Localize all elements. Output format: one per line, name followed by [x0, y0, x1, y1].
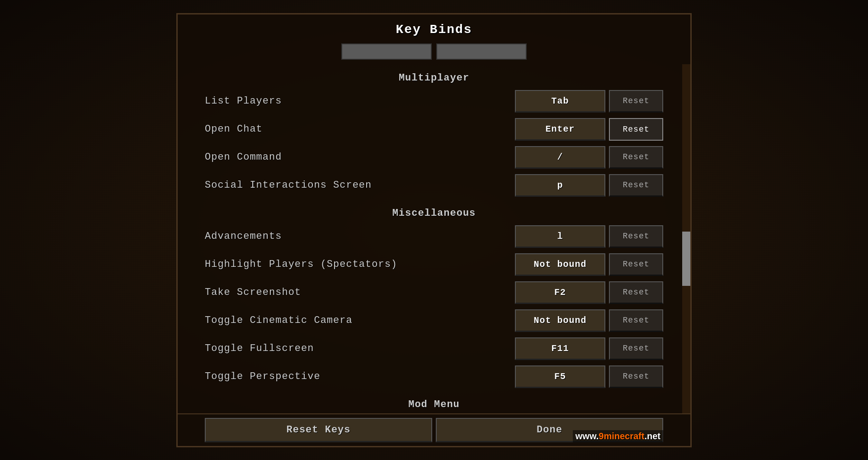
key-button-toggle-fullscreen[interactable]: F11 [515, 337, 605, 360]
keybind-buttons: F2 Reset [515, 281, 663, 304]
keybind-buttons: Enter Reset [515, 118, 663, 141]
keybind-label-take-screenshot: Take Screenshot [205, 287, 515, 298]
keybind-label-open-chat: Open Chat [205, 123, 515, 135]
key-button-list-players[interactable]: Tab [515, 90, 605, 113]
key-button-open-chat[interactable]: Enter [515, 118, 605, 141]
reset-button-toggle-perspective[interactable]: Reset [609, 365, 663, 388]
key-button-open-command[interactable]: / [515, 146, 605, 169]
keybind-buttons: Not bound Reset [515, 309, 663, 332]
key-button-highlight-players[interactable]: Not bound [515, 253, 605, 276]
scrollbar-thumb[interactable] [682, 232, 690, 286]
table-row: Social Interactions Screen p Reset [205, 171, 663, 199]
keybind-buttons: l Reset [515, 225, 663, 248]
key-button-social-interactions[interactable]: p [515, 174, 605, 197]
reset-button-open-chat[interactable]: Reset [609, 118, 663, 141]
key-button-toggle-cinematic[interactable]: Not bound [515, 309, 605, 332]
table-row: Open Command / Reset [205, 143, 663, 171]
section-header-miscellaneous: Miscellaneous [205, 199, 663, 223]
scrollbar[interactable] [682, 64, 690, 413]
keybind-label-advancements: Advancements [205, 231, 515, 242]
keybind-label-highlight-players: Highlight Players (Spectators) [205, 259, 515, 270]
table-row: Toggle Cinematic Camera Not bound Reset [205, 307, 663, 335]
section-header-mod-menu: Mod Menu [205, 391, 663, 413]
keybind-label-social-interactions: Social Interactions Screen [205, 180, 515, 191]
watermark: www.9minecraft.net [573, 430, 663, 442]
table-row: List Players Tab Reset [205, 87, 663, 115]
keybinds-panel: Key Binds Multiplayer List Players Tab R… [176, 13, 692, 447]
keybind-buttons: / Reset [515, 146, 663, 169]
reset-button-take-screenshot[interactable]: Reset [609, 281, 663, 304]
table-row: Toggle Fullscreen F11 Reset [205, 335, 663, 363]
table-row: Advancements l Reset [205, 223, 663, 251]
reset-button-open-command[interactable]: Reset [609, 146, 663, 169]
key-button-take-screenshot[interactable]: F2 [515, 281, 605, 304]
keybind-buttons: F11 Reset [515, 337, 663, 360]
reset-button-list-players[interactable]: Reset [609, 90, 663, 113]
table-row: Open Chat Enter Reset [205, 115, 663, 143]
panel-title: Key Binds [178, 14, 690, 41]
top-button-2[interactable] [436, 43, 527, 60]
table-row: Highlight Players (Spectators) Not bound… [205, 251, 663, 279]
keybind-label-toggle-fullscreen: Toggle Fullscreen [205, 343, 515, 354]
reset-button-advancements[interactable]: Reset [609, 225, 663, 248]
keybind-label-toggle-cinematic: Toggle Cinematic Camera [205, 315, 515, 326]
reset-keys-button[interactable]: Reset Keys [205, 418, 432, 442]
top-button-1[interactable] [341, 43, 432, 60]
section-header-multiplayer: Multiplayer [205, 64, 663, 87]
keybind-buttons: F5 Reset [515, 365, 663, 388]
scrollable-content: Multiplayer List Players Tab Reset Open … [178, 64, 690, 413]
keybind-buttons: p Reset [515, 174, 663, 197]
table-row: Take Screenshot F2 Reset [205, 279, 663, 307]
keybind-label-toggle-perspective: Toggle Perspective [205, 371, 515, 382]
keybind-buttons: Not bound Reset [515, 253, 663, 276]
table-row: Toggle Perspective F5 Reset [205, 363, 663, 391]
top-buttons-area [178, 41, 690, 64]
keybind-buttons: Tab Reset [515, 90, 663, 113]
keybind-label-open-command: Open Command [205, 152, 515, 163]
key-button-toggle-perspective[interactable]: F5 [515, 365, 605, 388]
keybind-label-list-players: List Players [205, 95, 515, 107]
reset-button-toggle-cinematic[interactable]: Reset [609, 309, 663, 332]
reset-button-toggle-fullscreen[interactable]: Reset [609, 337, 663, 360]
reset-button-social-interactions[interactable]: Reset [609, 174, 663, 197]
key-button-advancements[interactable]: l [515, 225, 605, 248]
reset-button-highlight-players[interactable]: Reset [609, 253, 663, 276]
